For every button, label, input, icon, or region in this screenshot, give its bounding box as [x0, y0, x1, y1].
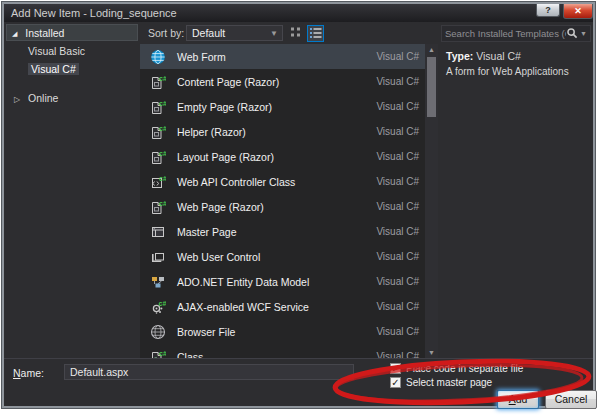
template-label: ADO.NET Entity Data Model — [177, 276, 309, 288]
list-view-icon — [310, 27, 322, 41]
svg-text:c#: c# — [159, 299, 167, 306]
template-label: AJAX-enabled WCF Service — [177, 301, 309, 313]
title-bar[interactable]: Add New Item - Loding_sequence — [4, 4, 593, 22]
svg-text:c#: c# — [159, 175, 166, 182]
template-row[interactable]: Browser FileVisual C# — [140, 319, 425, 344]
tree-item-visual-basic[interactable]: Visual Basic — [6, 44, 138, 59]
collapsed-triangle-icon: ▷ — [14, 92, 20, 107]
search-options-chevron-icon[interactable]: ▼ — [580, 30, 587, 37]
template-language: Visual C# — [376, 176, 419, 187]
razor-page-icon: c# — [150, 124, 166, 140]
template-label: Browser File — [177, 326, 235, 338]
template-language: Visual C# — [376, 251, 419, 262]
list-scrollbar[interactable]: ▲ ▼ — [425, 44, 438, 358]
scrollbar-thumb[interactable] — [427, 57, 436, 117]
template-row[interactable]: c#Web API Controller ClassVisual C# — [140, 169, 425, 194]
template-row[interactable]: c#Content Page (Razor)Visual C# — [140, 69, 425, 94]
template-label: Web Form — [177, 51, 226, 63]
sort-by-label: Sort by: — [148, 27, 184, 39]
tree-node-online[interactable]: ▷ Online — [6, 91, 138, 107]
template-list-panel: Sort by: Default ▼ Web FormVisual C#c#Co… — [140, 24, 438, 358]
list-view-button[interactable] — [307, 25, 324, 42]
installed-label: Installed — [25, 27, 64, 39]
template-row[interactable]: c#AJAX-enabled WCF ServiceVisual C# — [140, 294, 425, 319]
template-row[interactable]: ADO.NET Entity Data ModelVisual C# — [140, 269, 425, 294]
template-row[interactable]: c#Web Page (Razor)Visual C# — [140, 194, 425, 219]
checkbox-checked-icon[interactable]: ✓ — [390, 377, 401, 388]
expanded-triangle-icon: ◢ — [12, 25, 17, 42]
add-new-item-dialog: Add New Item - Loding_sequence ? ✕ ◢ Ins… — [2, 2, 595, 408]
user-control-icon — [150, 249, 166, 265]
scroll-down-icon[interactable]: ▼ — [425, 347, 438, 358]
window-title: Add New Item - Loding_sequence — [11, 7, 177, 19]
tree-item-visual-csharp[interactable]: Visual C# — [6, 62, 138, 77]
screenshot: Add New Item - Loding_sequence ? ✕ ◢ Ins… — [0, 0, 600, 415]
cancel-button[interactable]: Cancel — [545, 390, 597, 409]
template-row[interactable]: Web FormVisual C# — [140, 44, 425, 69]
help-button[interactable]: ? — [536, 4, 560, 17]
name-input[interactable] — [64, 364, 354, 380]
svg-text:c#: c# — [159, 125, 166, 132]
template-label: Content Page (Razor) — [177, 76, 279, 88]
template-label: Web API Controller Class — [177, 176, 295, 188]
sort-value: Default — [192, 27, 225, 39]
sort-bar: Sort by: Default ▼ — [140, 24, 438, 44]
template-description: A form for Web Applications — [446, 66, 588, 77]
checkbox-select-master-page[interactable]: ✓ Select master page — [390, 377, 492, 388]
online-label: Online — [28, 92, 58, 104]
razor-page-icon: c# — [150, 74, 166, 90]
close-button[interactable]: ✕ — [563, 4, 593, 19]
template-label: Class — [177, 351, 203, 359]
template-language: Visual C# — [376, 101, 419, 112]
template-language: Visual C# — [376, 76, 419, 87]
razor-page-icon: c# — [150, 99, 166, 115]
type-label: Type: — [446, 50, 473, 62]
checkbox-place-code[interactable]: ✓ Place code in separate file — [390, 363, 523, 374]
razor-page-icon: c# — [150, 199, 166, 215]
master-page-icon — [150, 224, 166, 240]
scroll-up-icon[interactable]: ▲ — [425, 44, 438, 55]
sort-dropdown[interactable]: Default ▼ — [186, 25, 283, 41]
template-language: Visual C# — [376, 201, 419, 212]
svg-text:c#: c# — [159, 350, 166, 357]
template-language: Visual C# — [376, 276, 419, 287]
template-row[interactable]: c#Layout Page (Razor)Visual C# — [140, 144, 425, 169]
template-language: Visual C# — [376, 351, 419, 358]
template-label: Helper (Razor) — [177, 126, 246, 138]
name-label: Name: — [13, 367, 44, 379]
small-icons-icon — [291, 27, 302, 40]
template-label: Web User Control — [177, 251, 260, 263]
wcf-gear-icon: c# — [150, 299, 166, 315]
api-controller-icon: c# — [150, 174, 166, 190]
razor-page-icon: c# — [150, 149, 166, 165]
template-language: Visual C# — [376, 126, 419, 137]
template-label: Empty Page (Razor) — [177, 101, 272, 113]
small-icons-view-button[interactable] — [288, 25, 305, 42]
type-value: Visual C# — [476, 50, 521, 62]
template-row[interactable]: c#ClassVisual C# — [140, 344, 425, 358]
chevron-down-icon: ▼ — [270, 27, 278, 41]
template-row[interactable]: c#Helper (Razor)Visual C# — [140, 119, 425, 144]
browser-globe-icon — [150, 324, 166, 340]
search-input[interactable] — [445, 28, 566, 39]
template-language: Visual C# — [376, 226, 419, 237]
web-form-globe-icon — [150, 49, 166, 65]
dialog-footer: Name: ✓ Place code in separate file ✓ Se… — [4, 358, 593, 405]
template-row[interactable]: Master PageVisual C# — [140, 219, 425, 244]
template-language: Visual C# — [376, 326, 419, 337]
template-label: Web Page (Razor) — [177, 201, 264, 213]
svg-text:c#: c# — [159, 200, 166, 207]
tree-node-installed[interactable]: ◢ Installed — [6, 24, 138, 41]
template-row[interactable]: Web User ControlVisual C# — [140, 244, 425, 269]
details-panel: ▼ Type: Visual C# A form for Web Applica… — [440, 24, 592, 358]
template-language: Visual C# — [376, 151, 419, 162]
entity-model-icon — [150, 274, 166, 290]
search-box[interactable]: ▼ — [441, 25, 591, 42]
template-row[interactable]: c#Empty Page (Razor)Visual C# — [140, 94, 425, 119]
checkbox-checked-icon[interactable]: ✓ — [390, 363, 401, 374]
template-tree: ◢ Installed Visual Basic Visual C# ▷ Onl… — [6, 24, 138, 358]
template-list: Web FormVisual C#c#Content Page (Razor)V… — [140, 44, 425, 358]
add-button[interactable]: Add — [497, 390, 539, 409]
svg-text:c#: c# — [159, 75, 166, 82]
class-icon: c# — [150, 349, 166, 359]
